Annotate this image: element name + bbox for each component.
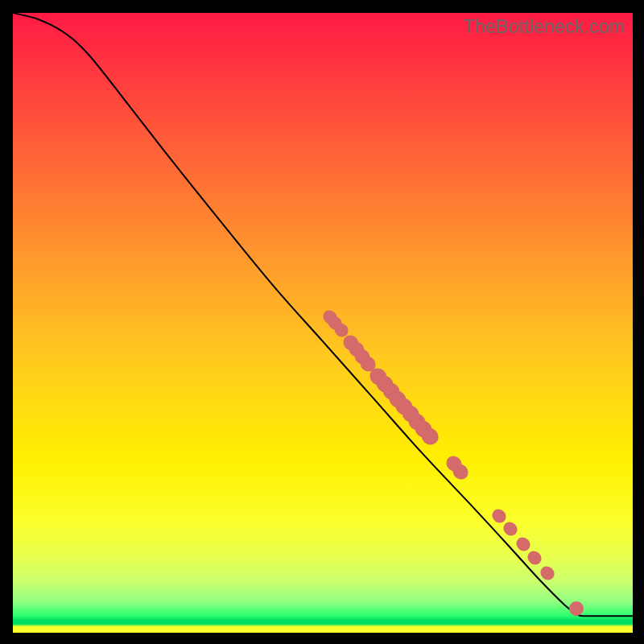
curve-line xyxy=(13,13,633,616)
data-point xyxy=(525,548,544,568)
data-point xyxy=(489,506,509,526)
plot-area: TheBottleneck.com xyxy=(13,13,633,633)
data-point xyxy=(501,519,520,539)
data-point xyxy=(514,535,533,554)
chart-svg xyxy=(13,13,633,633)
chart-stage: TheBottleneck.com xyxy=(0,0,644,644)
dot-layer xyxy=(320,308,587,619)
